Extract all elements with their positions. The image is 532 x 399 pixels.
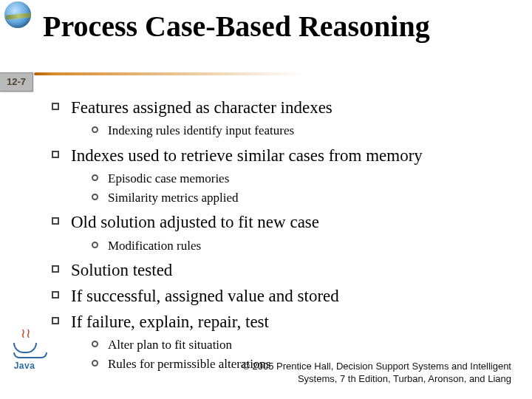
copyright-line: © 2005 Prentice Hall, Decision Support S… <box>242 361 511 372</box>
globe-icon <box>4 1 34 31</box>
sub-bullet-item: Episodic case memories <box>92 170 505 188</box>
bullet-text: Solution tested <box>71 261 172 279</box>
bullet-text: If failure, explain, repair, test <box>71 313 269 331</box>
sub-bullet-item: Alter plan to fit situation <box>92 336 505 354</box>
bullet-item: If successful, assigned value and stored <box>52 284 505 307</box>
title-divider <box>34 72 526 75</box>
bullet-text: If successful, assigned value and stored <box>71 287 339 305</box>
copyright-line: Systems, 7 th Edition, Turban, Aronson, … <box>298 373 511 384</box>
slide-title: Process Case-Based Reasoning <box>43 9 430 44</box>
java-logo-icon: ≀≀ Java <box>7 343 41 387</box>
bullet-text: Indexes used to retrieve similar cases f… <box>71 146 423 165</box>
bullet-text: Old solution adjusted to fit new case <box>71 213 319 231</box>
sub-bullet-item: Indexing rules identify input features <box>92 122 505 140</box>
bullet-item: Indexes used to retrieve similar cases f… <box>52 144 505 207</box>
sub-bullet-item: Modification rules <box>92 237 505 255</box>
sub-bullet-item: Similarity metrics applied <box>92 189 505 207</box>
slide-number-badge: 12-7 <box>0 72 33 92</box>
bullet-item: Old solution adjusted to fit new case Mo… <box>52 211 505 254</box>
bullet-text: Features assigned as character indexes <box>71 98 332 117</box>
bullet-item: Solution tested <box>52 259 505 282</box>
java-logo-label: Java <box>7 361 41 371</box>
content-area: Features assigned as character indexes I… <box>52 96 505 378</box>
copyright-text: © 2005 Prentice Hall, Decision Support S… <box>231 360 511 386</box>
bullet-item: Features assigned as character indexes I… <box>52 96 505 140</box>
